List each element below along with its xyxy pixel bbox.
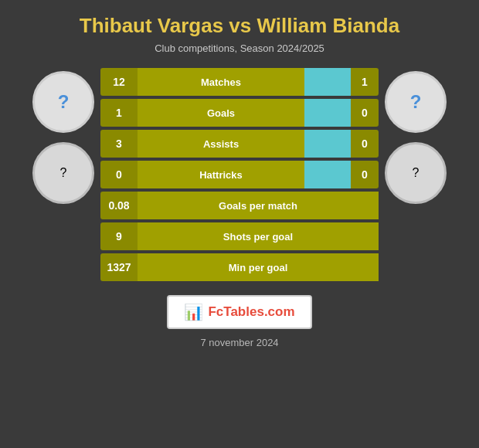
stat-label-bg: Goals <box>138 99 304 127</box>
watermark-text: FcTables.com <box>208 304 294 320</box>
stat-label: Matches <box>201 76 241 88</box>
stat-cyan-section <box>304 68 351 96</box>
left-avatar-bottom: ? <box>32 142 94 204</box>
main-content: ? ? 12Matches11Goals03Assists00Hattricks… <box>0 68 479 281</box>
footer-date: 7 november 2024 <box>200 337 278 348</box>
stat-bar-wrapper: Assists <box>138 130 351 158</box>
stat-right-value: 1 <box>351 68 379 96</box>
stat-right-value: 0 <box>351 161 379 188</box>
stat-row-hattricks: 0Hattricks0 <box>100 161 379 188</box>
stat-row-matches: 12Matches1 <box>100 68 379 96</box>
subtitle: Club competitions, Season 2024/2025 <box>15 42 464 54</box>
watermark-fc: Fc <box>208 304 223 319</box>
stat-bar-wrapper: Matches <box>138 68 351 96</box>
stat-bar-wrapper: Goals per match <box>138 192 379 219</box>
stat-bar-wrapper: Shots per goal <box>138 222 379 250</box>
stat-label: Min per goal <box>229 262 288 273</box>
stat-label: Goals <box>207 107 235 119</box>
left-player-avatars: ? ? <box>32 71 94 204</box>
watermark: 📊 FcTables.com <box>167 295 311 329</box>
stat-label-bg: Goals per match <box>138 192 379 219</box>
avatar-question-mark: ? <box>58 91 70 113</box>
stat-left-value: 0 <box>100 161 138 188</box>
avatar-question-mark-2: ? <box>60 166 67 180</box>
stat-label: Shots per goal <box>223 231 293 243</box>
stat-label-bg: Matches <box>138 68 304 96</box>
header: Thibaut Vargas vs William Bianda Club co… <box>0 0 479 62</box>
stat-row-min-per-goal: 1327Min per goal <box>100 253 379 281</box>
right-player-avatars: ? ? <box>385 71 447 204</box>
right-avatar-bottom: ? <box>385 142 447 204</box>
stat-row-goals-per-match: 0.08Goals per match <box>100 192 379 219</box>
stat-row-goals: 1Goals0 <box>100 99 379 127</box>
stat-left-value: 9 <box>100 222 138 250</box>
stat-cyan-section <box>304 161 351 188</box>
right-avatar-top: ? <box>385 71 447 133</box>
avatar-question-mark-3: ? <box>410 91 422 113</box>
stats-container: 12Matches11Goals03Assists00Hattricks00.0… <box>100 68 379 281</box>
stat-right-value: 0 <box>351 99 379 127</box>
stat-label: Assists <box>203 138 239 150</box>
stat-label: Hattricks <box>199 169 243 181</box>
stat-bar-wrapper: Goals <box>138 99 351 127</box>
stat-row-shots-per-goal: 9Shots per goal <box>100 222 379 250</box>
stat-label-bg: Hattricks <box>138 161 304 188</box>
stat-label-bg: Shots per goal <box>138 222 379 250</box>
left-avatar-top: ? <box>32 71 94 133</box>
stat-cyan-section <box>304 99 351 127</box>
stat-bar-wrapper: Min per goal <box>138 253 379 281</box>
stat-left-value: 1327 <box>100 253 138 281</box>
stat-cyan-section <box>304 130 351 158</box>
avatar-question-mark-4: ? <box>413 166 420 180</box>
stat-label: Goals per match <box>219 200 297 212</box>
stat-left-value: 12 <box>100 68 138 96</box>
watermark-tables: Tables <box>223 304 264 319</box>
stat-label-bg: Min per goal <box>138 253 379 281</box>
watermark-suffix: .com <box>264 304 295 319</box>
watermark-icon: 📊 <box>184 303 203 321</box>
stat-left-value: 0.08 <box>100 192 138 219</box>
stat-left-value: 3 <box>100 130 138 158</box>
stat-label-bg: Assists <box>138 130 304 158</box>
page-title: Thibaut Vargas vs William Bianda <box>15 14 464 38</box>
stat-bar-wrapper: Hattricks <box>138 161 351 188</box>
stat-right-value: 0 <box>351 130 379 158</box>
stat-left-value: 1 <box>100 99 138 127</box>
stat-row-assists: 3Assists0 <box>100 130 379 158</box>
